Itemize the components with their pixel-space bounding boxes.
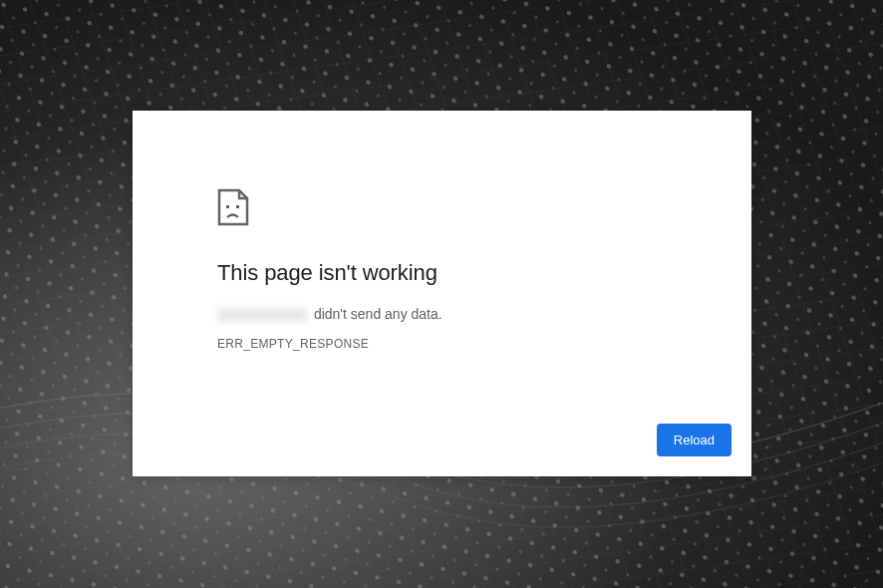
svg-rect-5 — [226, 205, 229, 208]
svg-rect-6 — [236, 205, 239, 208]
error-title: This page isn't working — [217, 260, 667, 286]
error-message: didn't send any data. — [217, 304, 667, 325]
error-message-suffix: didn't send any data. — [314, 306, 442, 322]
reload-button[interactable]: Reload — [657, 424, 732, 456]
error-code: ERR_EMPTY_RESPONSE — [217, 337, 667, 351]
redacted-hostname — [217, 308, 307, 322]
sad-page-icon — [217, 188, 249, 226]
error-card: This page isn't working didn't send any … — [133, 111, 751, 476]
